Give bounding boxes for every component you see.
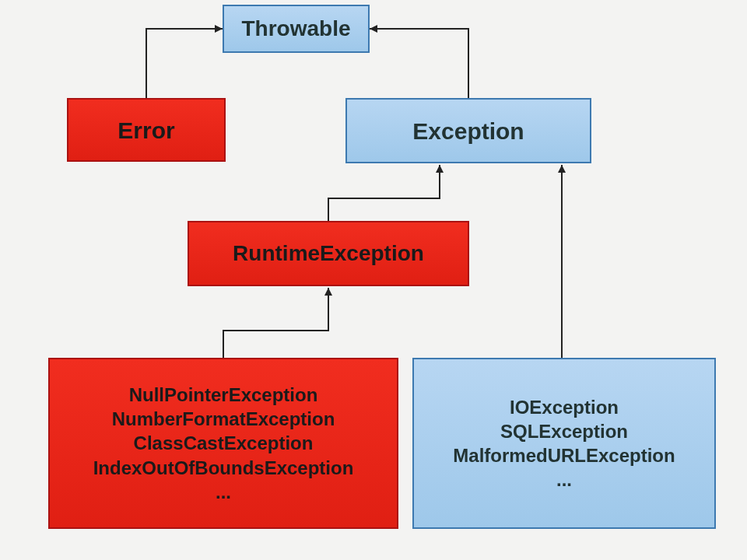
node-error: Error [67, 98, 226, 162]
list-item: SQLException [500, 419, 628, 443]
list-item: NumberFormatException [112, 407, 335, 431]
node-throwable: Throwable [223, 5, 370, 53]
node-runtime-exception: RuntimeException [188, 221, 469, 286]
node-exception: Exception [345, 98, 591, 163]
list-item: NullPointerException [129, 383, 318, 407]
list-item: ClassCastException [134, 431, 314, 455]
node-unchecked-list: NullPointerException NumberFormatExcepti… [48, 358, 398, 529]
node-checked-list: IOException SQLException MalformedURLExc… [412, 358, 716, 529]
node-label: RuntimeException [233, 240, 424, 268]
node-label: Exception [412, 116, 524, 146]
node-label: Throwable [241, 15, 350, 43]
list-item: ... [556, 467, 572, 492]
diagram-stage: Throwable Error Exception RuntimeExcepti… [0, 0, 747, 560]
list-item: MalformedURLException [453, 443, 675, 467]
list-item: ... [216, 480, 231, 504]
list-item: IndexOutOfBoundsException [93, 456, 354, 480]
node-label: Error [117, 115, 174, 145]
list-item: IOException [510, 395, 619, 419]
